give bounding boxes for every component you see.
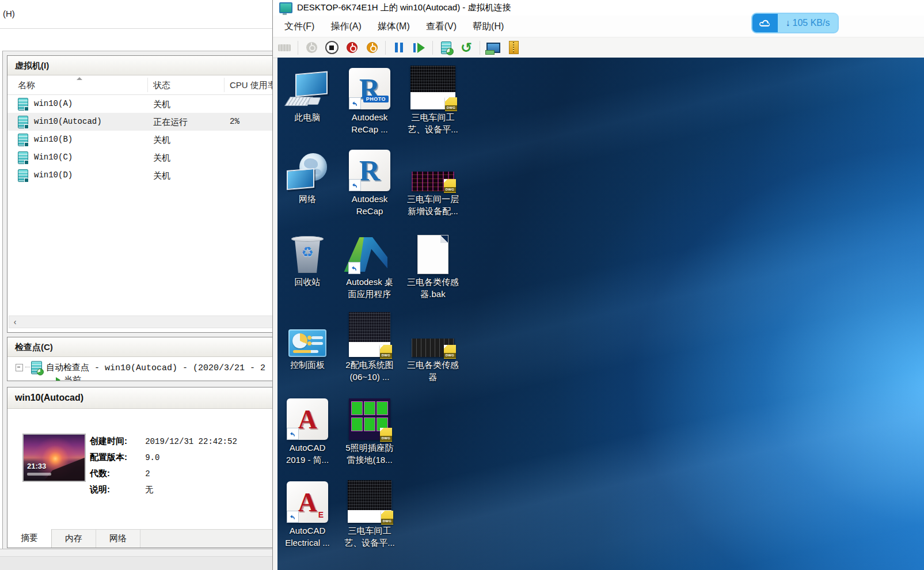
desktop-icon-control-panel[interactable]: 控制面板: [277, 310, 337, 371]
pause-button[interactable]: [392, 41, 406, 55]
desktop-icon-autocad-2019[interactable]: A AutoCAD2019 - 简...: [277, 393, 337, 466]
tab-network[interactable]: 网络: [96, 530, 140, 548]
menu-media[interactable]: 媒体(M): [370, 16, 418, 37]
menu-view[interactable]: 查看(V): [418, 16, 465, 37]
thumbnail-clock: 21:33: [27, 462, 46, 470]
desktop-icon-dwg-sandian-workshop[interactable]: DWG 三电车间工艺、设备平...: [403, 62, 463, 135]
vm-details-panel: win10(Autocad) 21:33 创建时间: 2019/12/31 22…: [7, 387, 272, 548]
checkpoint-current-item[interactable]: 当前: [56, 374, 81, 381]
net-speed-overlay[interactable]: ↓ 105 KB/s: [751, 13, 839, 33]
column-name[interactable]: 名称: [18, 75, 35, 94]
desktop-icon-dwg-lighting[interactable]: DWG 5照明插座防雷接地(18...: [340, 393, 400, 466]
icon-label: 三电各类传感器.bak: [407, 276, 459, 300]
recap-icon: R: [349, 150, 390, 191]
vm-state: 关机: [153, 166, 170, 184]
vm-table-header[interactable]: 名称 状态 CPU 使用率: [7, 75, 272, 95]
vm-icon: [18, 98, 28, 111]
dwg-tag-icon: DWG: [445, 97, 457, 111]
host-menu-help[interactable]: (H): [3, 9, 15, 18]
share-button[interactable]: [507, 41, 520, 55]
detail-field: 创建时间: 2019/12/31 22:42:52: [90, 436, 237, 449]
details-title: win10(Autocad): [7, 387, 272, 409]
menu-file[interactable]: 文件(F): [276, 16, 322, 37]
desktop-icon-dwg-sensors[interactable]: DWG 三电各类传感器: [403, 310, 463, 383]
dwg-tag-icon: DWG: [380, 428, 392, 442]
desktop-icon-dwg-power-system[interactable]: DWG 2配电系统图(06~10) ...: [340, 310, 400, 383]
resume-button[interactable]: [412, 41, 426, 55]
vm-state: 关机: [153, 95, 170, 113]
menu-help[interactable]: 帮助(H): [465, 16, 512, 37]
toolbar-separator: [480, 41, 480, 55]
detail-field: 代数: 2: [90, 468, 150, 481]
vm-state: 关机: [153, 131, 170, 149]
icon-label: Autodesk 桌面应用程序: [346, 276, 393, 300]
icon-label: 三电车间工艺、设备平...: [344, 525, 395, 549]
vmconnect-toolbar: ↺: [273, 37, 924, 58]
enhanced-session-button[interactable]: [486, 41, 500, 55]
field-value: 2019/12/31 22:42:52: [145, 437, 237, 446]
tab-memory[interactable]: 内存: [52, 530, 96, 548]
current-arrow-icon: [56, 377, 60, 381]
turn-off-button[interactable]: [325, 41, 339, 55]
desktop-icon-autocad-electrical[interactable]: AE AutoCADElectrical ...: [277, 476, 337, 549]
icon-label: 三电车间工艺、设备平...: [408, 111, 458, 135]
revert-button[interactable]: ↺: [459, 41, 473, 55]
keyboard-icon: [278, 44, 291, 51]
vm-panel-title: 虚拟机(I): [7, 56, 272, 75]
desktop-icon-network[interactable]: 网络: [277, 144, 337, 205]
icon-label: AutoCADElectrical ...: [285, 525, 330, 549]
shortcut-arrow-icon: [349, 179, 361, 191]
guest-desktop[interactable]: 此电脑 RPHOTO AutodeskReCap ... DWG 三电车间工艺、…: [277, 58, 924, 570]
table-row[interactable]: Win10(C) 关机: [7, 149, 272, 166]
desktop-icon-autodesk-app[interactable]: Autodesk 桌面应用程序: [340, 227, 400, 300]
tab-summary[interactable]: 摘要: [7, 529, 52, 548]
horizontal-scrollbar[interactable]: ‹: [9, 316, 272, 328]
icon-label: 2配电系统图(06~10) ...: [345, 359, 393, 383]
icon-label: 控制面板: [290, 359, 325, 371]
revert-arrow-icon: ↺: [461, 41, 472, 54]
menu-action[interactable]: 操作(A): [322, 16, 369, 37]
table-row[interactable]: win10(D) 关机: [7, 166, 272, 184]
icon-label: 网络: [299, 193, 316, 205]
column-cpu[interactable]: CPU 使用率: [230, 75, 272, 94]
detail-field: 说明: 无: [90, 484, 153, 497]
checkpoint-button[interactable]: [439, 41, 453, 55]
power-gray-icon: [306, 42, 317, 53]
desktop-icon-dwg-first-floor[interactable]: DWG 三电车间一层新增设备配...: [403, 144, 463, 217]
icon-label: 三电各类传感器: [407, 359, 459, 383]
document-icon: [417, 235, 448, 274]
desktop-icon-recap-photo[interactable]: RPHOTO AutodeskReCap ...: [340, 62, 400, 135]
desktop-icon-dwg-workshop2[interactable]: DWG 三电车间工艺、设备平...: [340, 476, 400, 549]
host-menubar: (H): [0, 0, 272, 29]
checkpoint-tree-item[interactable]: 自动检查点 - win10(Autocad) - (2020/3/21 - 2: [16, 360, 265, 374]
shortcut-arrow-icon: [348, 262, 360, 274]
toolbar-separator: [298, 41, 298, 55]
desktop-icon-this-pc[interactable]: 此电脑: [277, 62, 337, 123]
zip-icon: [509, 41, 519, 54]
shortcut-arrow-icon: [287, 511, 299, 523]
column-divider[interactable]: [224, 78, 225, 92]
field-label: 创建时间:: [90, 436, 143, 447]
current-label: 当前: [64, 375, 81, 382]
column-state[interactable]: 状态: [153, 75, 170, 94]
collapse-icon[interactable]: [16, 364, 23, 371]
start-button[interactable]: [305, 41, 318, 55]
power-orange-icon: [367, 42, 378, 53]
resume-icon: [413, 43, 425, 53]
save-button[interactable]: [365, 41, 379, 55]
desktop-icon-recycle-bin[interactable]: ♻ 回收站: [277, 227, 337, 288]
table-row-selected[interactable]: win10(Autocad) 正在运行 2%: [7, 113, 272, 131]
vm-screen-thumbnail[interactable]: 21:33: [22, 434, 86, 482]
shortcut-arrow-icon: [349, 97, 361, 109]
checkpoints-panel: 检查点(C) 自动检查点 - win10(Autocad) - (2020/3/…: [7, 337, 272, 381]
scroll-left-arrow-icon[interactable]: ‹: [9, 316, 21, 328]
icon-label: AutodeskReCap: [352, 193, 388, 217]
table-row[interactable]: win10(B) 关机: [7, 131, 272, 149]
column-divider[interactable]: [147, 78, 148, 92]
autocad-electrical-icon: AE: [287, 481, 328, 523]
ctrl-alt-del-button[interactable]: [277, 41, 291, 55]
shut-down-button[interactable]: [345, 41, 359, 55]
desktop-icon-bak-file[interactable]: 三电各类传感器.bak: [403, 227, 463, 300]
table-row[interactable]: win10(A) 关机: [7, 95, 272, 113]
desktop-icon-recap[interactable]: R AutodeskReCap: [340, 144, 400, 217]
